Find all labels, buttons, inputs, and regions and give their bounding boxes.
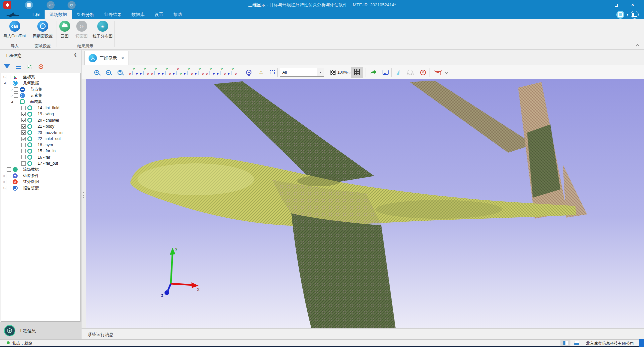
filter-icon[interactable] (3, 62, 11, 71)
view-top-button[interactable]: XZY (173, 68, 182, 77)
view-iso-2-button[interactable]: YXZ (206, 68, 215, 77)
tree-checkbox[interactable] (7, 75, 11, 79)
tree-checkbox[interactable] (7, 180, 11, 184)
mirror-button[interactable] (394, 65, 405, 79)
window-close-button[interactable]: × (625, 0, 640, 10)
grid-view-icon[interactable] (25, 62, 34, 71)
periodic-surface-settings-button[interactable]: 周期面设置 (30, 21, 55, 39)
tree-checkbox[interactable] (21, 155, 26, 159)
archive-box-button[interactable] (432, 65, 443, 79)
panel-splitter[interactable] (82, 79, 86, 328)
menu-infrared-analysis[interactable]: 红外分析 (72, 10, 99, 19)
menu-infrared-results[interactable]: 红外结果 (99, 10, 127, 19)
zoom-out-button[interactable]: − (103, 65, 113, 79)
display-toggle-icon[interactable] (616, 11, 624, 19)
tree-item-node-set[interactable]: ▷ 节点集 (1, 86, 80, 93)
tree-item-boundary-conditions[interactable]: ▷ ⇆ 边界条件 (1, 173, 80, 179)
tree-checkbox[interactable] (21, 143, 26, 147)
view-rotate-down-button[interactable]: YZX (217, 68, 226, 77)
delete-view-button[interactable]: ✕ (417, 65, 429, 79)
transparency-checker-icon[interactable] (329, 65, 337, 79)
mesh-display-toggle-button[interactable] (351, 67, 363, 78)
redo-button[interactable]: ↻ (68, 1, 76, 9)
menu-help[interactable]: 帮助 (168, 10, 187, 19)
viewport-3d[interactable]: y x z (86, 79, 644, 328)
tree-checkbox[interactable] (7, 186, 11, 190)
tree-item-nozzle-in[interactable]: 23 - nozzle_in (1, 130, 80, 136)
window-minimize-button[interactable] (591, 0, 605, 10)
contour-plot-button[interactable]: 云图 (57, 21, 72, 39)
expander-icon[interactable]: ▷ (2, 180, 7, 183)
zoom-in-button[interactable]: + (92, 65, 102, 79)
particles-display-button[interactable]: ∴ (255, 65, 267, 79)
expander-icon[interactable]: ▷ (10, 88, 14, 91)
resize-grip[interactable] (639, 339, 644, 347)
tree-checkbox[interactable] (14, 87, 18, 92)
layout-bottom-panel-toggle[interactable] (571, 340, 581, 346)
menu-settings[interactable]: 设置 (150, 10, 168, 19)
tree-item-far[interactable]: 16 - far (1, 154, 80, 161)
dropdown-arrow-icon[interactable]: ▼ (317, 68, 324, 76)
surface-filter-dropdown[interactable]: All ▼ (280, 68, 324, 77)
tree-checkbox[interactable] (7, 167, 11, 172)
view-front-button[interactable]: YXZ (129, 68, 138, 77)
undo-button[interactable]: ↶ (47, 1, 55, 9)
tree-item-inlet-out[interactable]: 22 - inlet_out (1, 136, 80, 142)
tree-checkbox[interactable] (14, 100, 18, 104)
tab-3d-display[interactable]: 三维显示 ✕ (84, 51, 129, 65)
toolbar-drag-handle[interactable] (86, 65, 89, 79)
expander-icon[interactable]: ◢ (2, 82, 7, 85)
view-left-button[interactable]: YXZ (151, 68, 160, 77)
tree-item-far-in[interactable]: 15 - far_in (1, 148, 80, 154)
export-share-button[interactable] (368, 65, 379, 79)
view-rotate-button[interactable]: YZX (228, 68, 237, 77)
new-file-button[interactable] (25, 1, 33, 9)
tree-checkbox[interactable] (7, 174, 11, 178)
expander-icon[interactable]: ◢ (10, 100, 14, 103)
layout-left-panel-toggle[interactable] (560, 340, 570, 346)
expander-icon[interactable]: ▷ (2, 76, 7, 79)
view-bottom-button[interactable]: YZX (184, 68, 193, 77)
tab-close-icon[interactable]: ✕ (121, 56, 125, 61)
tree-checkbox[interactable] (21, 124, 26, 129)
tree-checkbox[interactable] (21, 112, 26, 116)
opacity-dropdown[interactable]: 100% (337, 65, 351, 79)
tree-item-far-out[interactable]: 17 - far_out (1, 160, 80, 167)
import-cas-dat-button[interactable]: cas 导入Cas/Dat (1, 21, 28, 39)
locate-target-icon[interactable] (37, 62, 45, 71)
tree-checkbox[interactable] (21, 161, 26, 166)
expander-icon[interactable]: ▷ (10, 94, 14, 97)
tree-item-element-set[interactable]: ▷ 元素集 (1, 93, 80, 99)
particle-distribution-button[interactable]: ◈ 粒子分布图 (91, 21, 115, 39)
tree-checkbox[interactable] (14, 93, 18, 98)
panel-bottom-tab[interactable]: 工程信息 (0, 322, 82, 339)
view-back-button[interactable]: YZX (140, 68, 149, 77)
tree-checkbox[interactable] (7, 81, 11, 85)
menu-project[interactable]: 工程 (26, 10, 45, 19)
tree-checkbox[interactable] (21, 149, 26, 153)
view-iso-1-button[interactable]: YZX (195, 68, 204, 77)
tree-item-coordinate-system[interactable]: ▷ 坐标系 (1, 74, 80, 80)
layout-panel-icon[interactable] (631, 11, 639, 19)
tree-item-geometry-data[interactable]: ◢ 几何数据 (1, 80, 80, 87)
probe-point-button[interactable] (243, 65, 254, 79)
menu-database[interactable]: 数据库 (127, 10, 150, 19)
tree-item-report-resources[interactable]: ▷ 报告资源 (1, 185, 80, 191)
window-restore-button[interactable] (609, 0, 623, 10)
panel-collapse-button[interactable]: ❮ (74, 52, 77, 57)
tree-checkbox[interactable] (21, 137, 26, 141)
snapshot-image-button[interactable] (380, 65, 391, 79)
tree-item-body[interactable]: 21 - body (1, 123, 80, 130)
tree-item-int-fluid[interactable]: 14 - int_fluid (1, 105, 80, 111)
box-select-button[interactable] (267, 65, 278, 79)
tree-checkbox[interactable] (21, 106, 26, 110)
tree-item-chuiwei[interactable]: 20 - chuiwei (1, 117, 80, 124)
tree-item-infrared-data[interactable]: ▷ × 红外数据 (1, 179, 80, 185)
tree-checkbox[interactable] (21, 118, 26, 122)
display-dropdown-caret-icon[interactable]: ▼ (626, 11, 629, 19)
menu-flowfield-data[interactable]: 流场数据 (45, 10, 72, 19)
ribbon-collapse-chevron-icon[interactable] (636, 44, 639, 47)
tree-checkbox[interactable] (21, 130, 26, 135)
tree-item-face-set[interactable]: ◢ 面域集 (1, 99, 80, 105)
system-message-panel[interactable]: 系统运行消息 (82, 328, 644, 339)
